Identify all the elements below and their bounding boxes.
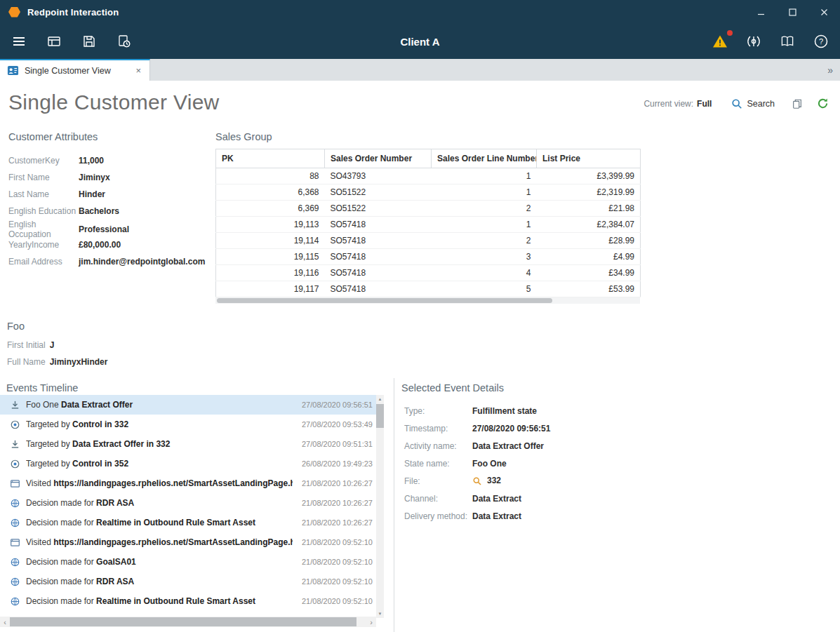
event-row[interactable]: Foo One Data Extract Offer27/08/2020 09:…	[0, 395, 376, 415]
field-row: Activity name:Data Extract Offer	[404, 437, 833, 455]
event-row[interactable]: Decision made for RDR ASA21/08/2020 09:5…	[0, 572, 376, 591]
field-row: Full NameJiminyxHinder	[7, 354, 107, 370]
scrollbar-thumb[interactable]	[376, 404, 384, 428]
scroll-up-icon[interactable]: ▲	[376, 395, 384, 403]
sales-table-body: 88SO437931£3,399.996,368SO515221£2,319.9…	[216, 168, 641, 297]
event-name: https://landingpages.rphelios.net/SmartA…	[53, 537, 293, 547]
event-row[interactable]: Targeted by Data Extract Offer in 33227/…	[0, 434, 376, 454]
event-row[interactable]: Decision made for RDR ASA21/08/2020 10:2…	[0, 493, 376, 513]
event-prefix: Targeted by	[26, 439, 72, 449]
event-name: RDR ASA	[96, 498, 134, 508]
table-row[interactable]: 19,114SO574182£28.99	[216, 233, 641, 249]
table-row[interactable]: 88SO437931£3,399.99	[216, 168, 641, 184]
current-view-value[interactable]: Full	[697, 99, 712, 109]
event-row[interactable]: Visited https://landingpages.rphelios.ne…	[0, 473, 376, 493]
field-value: jim.hinder@redpointglobal.com	[79, 257, 213, 267]
table-cell: SO57418	[325, 249, 432, 265]
event-row[interactable]: Decision made for Realtime in Outbound R…	[0, 513, 376, 532]
sales-horizontal-scrollbar[interactable]	[215, 297, 640, 304]
field-label: Timestamp:	[404, 424, 472, 433]
connections-icon[interactable]	[745, 32, 763, 51]
column-header[interactable]: List Price	[537, 149, 641, 168]
field-value: 27/08/2020 09:56:51	[472, 424, 833, 433]
alerts-warning-icon[interactable]	[711, 32, 729, 51]
field-row: Type:Fulfillment state	[404, 402, 833, 419]
field-value: JiminyxHinder	[50, 357, 108, 367]
table-cell: 19,113	[216, 217, 325, 233]
table-row[interactable]: 19,113SO574181£2,384.07	[216, 217, 641, 233]
table-row[interactable]: 6,368SO515221£2,319.99	[216, 184, 641, 201]
globe-icon	[9, 596, 20, 607]
field-label: Email Address	[8, 257, 79, 267]
field-label: Full Name	[7, 357, 46, 367]
title-bar: Redpoint Interaction	[0, 0, 840, 24]
table-cell: 2	[432, 233, 537, 249]
column-header[interactable]: PK	[216, 149, 325, 168]
field-label: File:	[404, 476, 472, 486]
field-value: Data Extract Offer	[472, 441, 833, 451]
save-icon[interactable]	[80, 32, 98, 51]
section-title: Customer Attributes	[8, 131, 213, 142]
tab-close-icon[interactable]: ×	[134, 65, 142, 76]
event-timestamp: 27/08/2020 09:56:51	[302, 401, 373, 409]
table-cell: SO57418	[325, 233, 432, 249]
table-row[interactable]: 19,115SO574183£4.99	[216, 249, 641, 265]
column-header[interactable]: Sales Order Line Number	[432, 149, 537, 168]
search-button[interactable]: Search	[731, 98, 775, 109]
help-icon[interactable]: ?	[812, 32, 830, 51]
search-label: Search	[747, 99, 775, 109]
selected-event-details-section: Selected Event Details Type:Fulfillment …	[394, 378, 840, 632]
scroll-right-icon[interactable]: ›	[366, 617, 376, 627]
tab-single-customer-view[interactable]: Single Customer View ×	[0, 59, 150, 81]
field-row: File:332	[404, 472, 833, 490]
vertical-scrollbar[interactable]: ▲ ▼	[376, 395, 384, 618]
scroll-left-icon[interactable]: ‹	[0, 617, 10, 627]
minimize-button[interactable]	[745, 0, 777, 24]
event-row[interactable]: Decision made for Realtime in Outbound R…	[0, 591, 376, 611]
field-label: YearlyIncome	[8, 240, 79, 250]
scrollbar-thumb[interactable]	[10, 617, 356, 626]
column-header[interactable]: Sales Order Number	[325, 149, 432, 168]
event-timestamp: 21/08/2020 09:52:10	[302, 577, 373, 586]
horizontal-scrollbar[interactable]: ‹ ›	[0, 617, 376, 627]
event-name: Realtime in Outbound Rule Smart Asset	[96, 518, 255, 527]
scrollbar-thumb[interactable]	[217, 298, 552, 303]
tab-overflow-button[interactable]: »	[827, 59, 833, 81]
table-cell: £3,399.99	[537, 168, 641, 184]
campaigns-icon[interactable]	[45, 32, 63, 51]
close-button[interactable]	[808, 0, 840, 24]
table-cell: 1	[432, 184, 537, 201]
table-cell: 2	[432, 201, 537, 217]
menu-icon[interactable]	[10, 32, 28, 51]
table-row[interactable]: 6,369SO515222£21.98	[216, 201, 641, 217]
table-cell: £53.99	[537, 281, 641, 297]
table-row[interactable]: 19,117SO574185£53.99	[216, 281, 641, 297]
field-value: Data Extract	[472, 494, 833, 504]
current-view-label: Current view:	[644, 99, 693, 109]
field-value: Jiminyx	[79, 173, 213, 182]
table-cell: SO57418	[325, 217, 432, 233]
table-cell: 6,369	[216, 201, 325, 217]
event-timestamp: 21/08/2020 09:52:10	[302, 558, 373, 566]
event-timestamp: 21/08/2020 10:26:27	[302, 479, 373, 488]
field-value: Foo One	[472, 459, 833, 469]
documentation-book-icon[interactable]	[778, 32, 796, 51]
event-row[interactable]: Targeted by Control in 33227/08/2020 09:…	[0, 415, 376, 434]
event-row[interactable]: Decision made for GoalSA0121/08/2020 09:…	[0, 552, 376, 572]
target-icon	[9, 419, 20, 430]
field-label: First Initial	[7, 340, 46, 350]
scroll-down-icon[interactable]: ▼	[376, 610, 384, 618]
event-row[interactable]: Targeted by Control in 35226/08/2020 19:…	[0, 454, 376, 473]
target-icon	[9, 458, 20, 469]
table-cell: 19,116	[216, 265, 325, 281]
audit-history-icon[interactable]	[115, 32, 133, 51]
field-row: English EducationBachelors	[8, 203, 213, 220]
table-cell: £4.99	[537, 249, 641, 265]
events-timeline-section: Events Timeline Foo One Data Extract Off…	[0, 378, 394, 632]
refresh-icon[interactable]	[817, 98, 829, 109]
maximize-button[interactable]	[777, 0, 808, 24]
copy-icon[interactable]	[792, 98, 803, 109]
redpoint-hexagon-logo	[8, 7, 20, 18]
table-row[interactable]: 19,116SO574184£34.99	[216, 265, 641, 281]
event-row[interactable]: Visited https://landingpages.rphelios.ne…	[0, 532, 376, 552]
